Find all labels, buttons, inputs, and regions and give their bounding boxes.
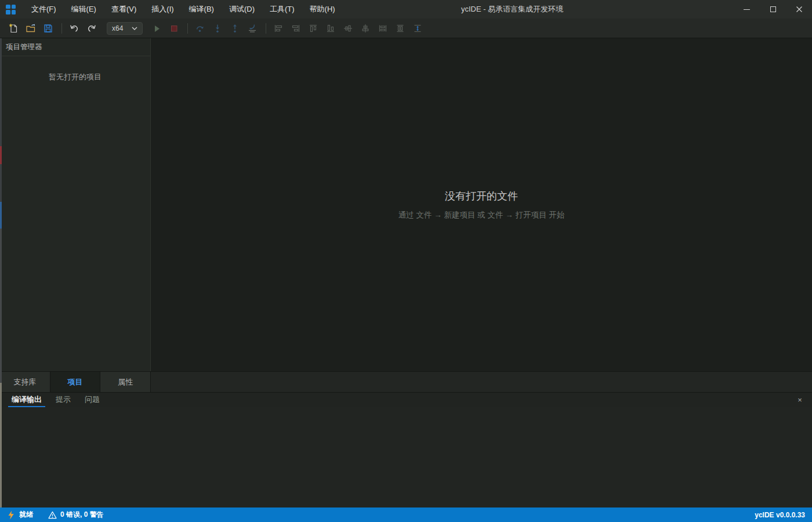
- redo-button[interactable]: [84, 21, 100, 36]
- toolbar-separator: [266, 23, 266, 34]
- minimize-icon: [744, 9, 750, 10]
- toolbar-separator: [61, 23, 62, 34]
- menu-help[interactable]: 帮助(H): [302, 0, 343, 19]
- run-to-cursor-icon: [247, 23, 258, 34]
- no-open-file-title: 没有打开的文件: [445, 189, 518, 203]
- step-into-button[interactable]: [209, 21, 226, 36]
- menu-tools[interactable]: 工具(T): [262, 0, 302, 19]
- save-button[interactable]: [40, 21, 56, 36]
- menu-insert[interactable]: 插入(I): [144, 0, 181, 19]
- align-left-icon: [273, 23, 284, 34]
- menu-compile[interactable]: 编译(B): [182, 0, 222, 19]
- same-width-icon: [378, 23, 388, 34]
- warning-icon: [48, 511, 57, 519]
- project-manager-panel: 项目管理器 暂无打开的项目: [0, 38, 151, 371]
- run-icon: [151, 23, 162, 34]
- tab-problems[interactable]: 问题: [81, 393, 103, 407]
- step-into-icon: [212, 23, 223, 34]
- stop-icon: [169, 23, 179, 34]
- tab-support-library[interactable]: 支持库: [0, 372, 50, 392]
- toolbar-separator: [187, 23, 188, 34]
- align-hcenter-button[interactable]: [357, 21, 374, 36]
- panel-close-icon[interactable]: ×: [795, 395, 805, 405]
- tab-compile-output[interactable]: 编译输出: [8, 393, 45, 407]
- run-to-cursor-button[interactable]: [244, 21, 260, 36]
- new-file-icon: [8, 23, 19, 34]
- status-problems-text: 0 错误, 0 警告: [60, 510, 104, 520]
- window-title: ycIDE - 易承语言集成开发环境: [461, 0, 563, 19]
- status-bar: 就绪 0 错误, 0 警告 ycIDE v0.0.0.33: [0, 507, 812, 522]
- sidebar-tab-bar: 支持库 项目 属性: [0, 371, 151, 392]
- same-size-button[interactable]: [392, 21, 408, 36]
- toolbar: x64: [0, 19, 812, 38]
- align-top-icon: [308, 23, 318, 34]
- bottom-panel-tab-bar: 编译输出 提示 问题 ×: [0, 392, 812, 407]
- align-bottom-button[interactable]: [322, 21, 339, 36]
- sidebar-empty-text: 暂无打开的项目: [0, 72, 150, 82]
- undo-icon: [69, 23, 79, 34]
- editor-area: 没有打开的文件 通过 文件 → 新建项目 或 文件 → 打开项目 开始: [151, 38, 812, 371]
- new-file-button[interactable]: [5, 21, 21, 36]
- stop-button[interactable]: [166, 21, 182, 36]
- align-hcenter-icon: [360, 23, 371, 34]
- step-out-icon: [230, 23, 240, 34]
- sidebar-header: 项目管理器: [0, 38, 150, 56]
- status-ready-text: 就绪: [19, 510, 33, 520]
- open-folder-icon: [26, 23, 37, 34]
- align-vcenter-button[interactable]: [340, 21, 356, 36]
- tab-properties[interactable]: 属性: [100, 372, 150, 392]
- align-right-button[interactable]: [288, 21, 304, 36]
- lightning-icon: [7, 510, 15, 520]
- no-open-file-hint: 通过 文件 → 新建项目 或 文件 → 打开项目 开始: [398, 210, 565, 220]
- step-out-button[interactable]: [227, 21, 243, 36]
- step-over-button[interactable]: [192, 21, 208, 36]
- align-right-icon: [291, 23, 301, 34]
- status-version-text: ycIDE v0.0.0.33: [755, 511, 805, 519]
- menu-bar: 文件(F) 编辑(E) 查看(V) 插入(I) 编译(B) 调试(D) 工具(T…: [24, 0, 343, 19]
- close-button[interactable]: [786, 0, 812, 19]
- arch-selector-value: x64: [112, 24, 123, 32]
- arch-selector[interactable]: x64: [107, 22, 143, 35]
- tab-project[interactable]: 项目: [50, 372, 100, 392]
- tab-hints[interactable]: 提示: [52, 393, 74, 407]
- step-over-icon: [195, 23, 205, 34]
- app-window: 文件(F) 编辑(E) 查看(V) 插入(I) 编译(B) 调试(D) 工具(T…: [0, 0, 812, 522]
- menu-debug[interactable]: 调试(D): [222, 0, 262, 19]
- run-button[interactable]: [148, 21, 165, 36]
- chevron-down-icon: [132, 27, 137, 30]
- same-size-icon: [395, 23, 405, 34]
- menu-view[interactable]: 查看(V): [104, 0, 144, 19]
- open-project-button[interactable]: [23, 21, 39, 36]
- maximize-icon: [770, 6, 776, 12]
- maximize-button[interactable]: [760, 0, 786, 19]
- window-controls: [734, 0, 812, 19]
- same-width-button[interactable]: [375, 21, 391, 36]
- title-bar: 文件(F) 编辑(E) 查看(V) 插入(I) 编译(B) 调试(D) 工具(T…: [0, 0, 812, 19]
- save-icon: [43, 23, 53, 34]
- redo-icon: [86, 23, 97, 34]
- align-bottom-icon: [325, 23, 336, 34]
- menu-file[interactable]: 文件(F): [24, 0, 64, 19]
- same-height-icon: [412, 23, 423, 34]
- align-left-button[interactable]: [270, 21, 287, 36]
- same-height-button[interactable]: [409, 21, 426, 36]
- editor-bottom-strip: [151, 371, 812, 392]
- app-logo-icon: [6, 5, 16, 14]
- compile-output-area: [0, 407, 812, 507]
- align-top-button[interactable]: [305, 21, 321, 36]
- align-vcenter-icon: [343, 23, 353, 34]
- minimize-button[interactable]: [734, 0, 760, 19]
- close-icon: [796, 6, 803, 13]
- menu-edit[interactable]: 编辑(E): [64, 0, 104, 19]
- undo-button[interactable]: [66, 21, 82, 36]
